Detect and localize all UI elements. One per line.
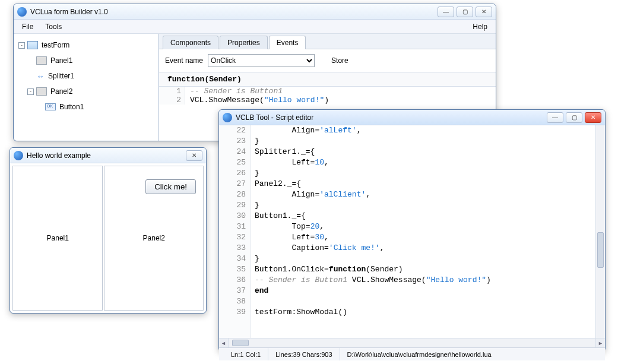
scrollbar-thumb[interactable] [597,232,604,268]
preview-title: Hello world example [27,151,186,160]
click-me-button[interactable]: Click me! [145,179,196,194]
close-button[interactable]: ✕ [186,150,202,161]
horizontal-scrollbar[interactable]: ◄ ► [219,338,605,347]
maximize-button[interactable]: ▢ [457,7,473,17]
tab-events[interactable]: Events [269,36,306,49]
close-button[interactable]: ✕ [476,7,492,17]
panel2: Panel2 Click me! [104,166,204,311]
status-filepath: D:\Work\lua\vclua\vcluafrmdesigner\hello… [340,348,600,360]
script-code-editor[interactable]: 222324252627282930313233343536373839 Ali… [219,125,605,338]
tree-node-label: testForm [42,41,69,49]
main-title: VCLua form Builder v1.0 [30,8,438,16]
function-signature: function(Sender) [159,72,496,87]
app-icon [223,113,232,122]
panel1: Panel1 [12,166,103,311]
script-titlebar[interactable]: VCLB Tool - Script editor — ▢ ✕ [219,110,605,125]
event-name-select[interactable]: OnClick [208,54,315,67]
main-titlebar[interactable]: VCLua form Builder v1.0 — ▢ ✕ [14,4,496,20]
button-icon [45,103,56,110]
tree-node-label: Button1 [59,103,84,111]
tree-toggle-icon[interactable]: - [27,88,34,95]
preview-window: Hello world example ✕ Panel1 Panel2 Clic… [9,147,207,314]
menu-help[interactable]: Help [467,21,493,33]
script-title: VCLB Tool - Script editor [236,113,547,122]
tree-node-splitter1[interactable]: ↔Splitter1 [16,68,156,84]
scroll-right-icon[interactable]: ► [595,338,605,347]
tab-components[interactable]: Components [163,36,218,49]
panel-icon [36,87,47,96]
form-icon [27,41,38,49]
tabbar: Components Properties Events [159,34,496,49]
status-position: Ln:1 Col:1 [224,348,268,360]
menubar: File Tools Help [14,20,496,34]
minimize-button[interactable]: — [438,7,454,17]
tree-node-label: Panel2 [50,87,72,96]
tree-node-testform[interactable]: -testForm [16,37,156,53]
component-tree[interactable]: -testFormPanel1↔Splitter1-Panel2Button1 [14,34,159,141]
tree-node-label: Splitter1 [48,72,74,80]
panel2-label: Panel2 [143,234,165,242]
menu-tools[interactable]: Tools [39,21,68,33]
panel-icon [36,56,47,65]
splitter-icon: ↔ [36,72,45,80]
event-code-editor[interactable]: 12 -- Sender is Button1VCL.ShowMessage("… [159,87,496,105]
scroll-left-icon[interactable]: ◄ [219,338,229,347]
status-counts: Lines:39 Chars:903 [268,348,340,360]
tree-node-button1[interactable]: Button1 [16,99,156,115]
close-button[interactable]: ✕ [585,112,601,123]
script-editor-window: VCLB Tool - Script editor — ▢ ✕ 22232425… [218,109,606,352]
scrollbar-thumb[interactable] [232,340,249,346]
minimize-button[interactable]: — [547,112,563,123]
tree-node-panel2[interactable]: -Panel2 [16,84,156,99]
tree-toggle-icon[interactable]: - [18,42,25,49]
maximize-button[interactable]: ▢ [566,112,582,123]
menu-file[interactable]: File [16,21,39,33]
vertical-scrollbar[interactable] [595,125,605,338]
preview-titlebar[interactable]: Hello world example ✕ [10,148,206,163]
app-icon [17,7,27,17]
statusbar: Ln:1 Col:1 Lines:39 Chars:903 D:\Work\lu… [219,347,605,360]
store-button[interactable]: Store [331,56,348,65]
tab-properties[interactable]: Properties [220,36,268,49]
tree-node-label: Panel1 [50,56,72,65]
event-name-label: Event name [165,56,203,65]
panel1-label: Panel1 [47,234,69,242]
event-toolbar: Event name OnClick Store [159,49,496,72]
app-icon [14,151,23,160]
tree-node-panel1[interactable]: Panel1 [16,53,156,68]
